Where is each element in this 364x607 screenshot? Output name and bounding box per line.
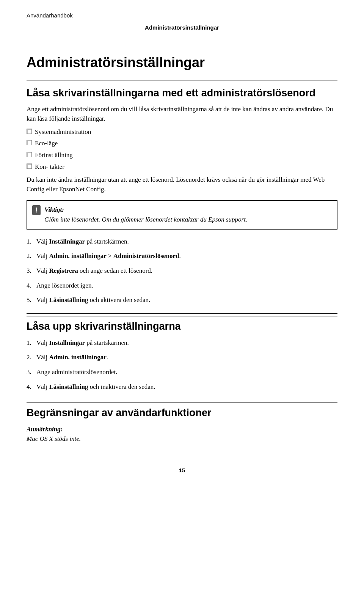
bullet-icon xyxy=(27,164,32,169)
steps-lock: Välj Inställningar på startskärmen. Välj… xyxy=(27,237,337,305)
list-item: Förinst ällning xyxy=(27,151,337,160)
step: Välj Inställningar på startskärmen. xyxy=(27,237,337,247)
step: Välj Admin. inställningar. xyxy=(27,353,337,362)
list-item-label: Systemadministration xyxy=(35,127,91,137)
list-item-label: Kon- takter xyxy=(35,162,64,172)
callout-title: Viktigt: xyxy=(44,205,247,215)
note-label: Anmärkning: xyxy=(27,425,337,434)
step: Välj Låsinställning och inaktivera den s… xyxy=(27,382,337,392)
step: Välj Registrera och ange sedan ett lösen… xyxy=(27,266,337,276)
lockable-settings-list: Systemadministration Eco-läge Förinst äl… xyxy=(27,127,337,172)
list-item-label: Förinst ällning xyxy=(35,151,73,160)
page-title: Administratörsinställningar xyxy=(27,53,337,72)
divider xyxy=(27,83,337,83)
steps-unlock: Välj Inställningar på startskärmen. Välj… xyxy=(27,338,337,392)
warning-icon: ! xyxy=(32,205,41,215)
divider xyxy=(27,316,337,316)
step: Välj Inställningar på startskärmen. xyxy=(27,338,337,348)
list-item-label: Eco-läge xyxy=(35,139,58,148)
note-body: Mac OS X stöds inte. xyxy=(27,434,337,444)
callout-body: Glöm inte lösenordet. Om du glömmer löse… xyxy=(44,215,247,225)
running-header-left: Användarhandbok xyxy=(27,11,337,20)
section-heading-lock: Låsa skrivarinställningarna med ett admi… xyxy=(27,87,337,100)
running-header-center: Administratörsinställningar xyxy=(27,24,337,32)
page-number: 15 xyxy=(27,466,337,475)
step: Välj Admin. inställningar > Administratö… xyxy=(27,252,337,261)
list-item: Eco-läge xyxy=(27,139,337,148)
bullet-icon xyxy=(27,129,32,134)
step: Ange lösenordet igen. xyxy=(27,281,337,291)
section-heading-unlock: Låsa upp skrivarinställningarna xyxy=(27,320,337,333)
bullet-icon xyxy=(27,140,32,145)
section-heading-restrict: Begränsningar av användarfunktioner xyxy=(27,407,337,420)
important-callout: ! Viktigt: Glöm inte lösenordet. Om du g… xyxy=(27,200,337,230)
intro-paragraph: Ange ett administratörslösenord om du vi… xyxy=(27,105,337,123)
divider xyxy=(27,403,337,403)
bullet-icon xyxy=(27,152,32,157)
step: Välj Låsinställning och aktivera den sed… xyxy=(27,296,337,305)
after-bullets-paragraph: Du kan inte ändra inställningar utan att… xyxy=(27,175,337,194)
list-item: Systemadministration xyxy=(27,127,337,137)
list-item: Kon- takter xyxy=(27,162,337,172)
step: Ange administratörslösenordet. xyxy=(27,368,337,377)
